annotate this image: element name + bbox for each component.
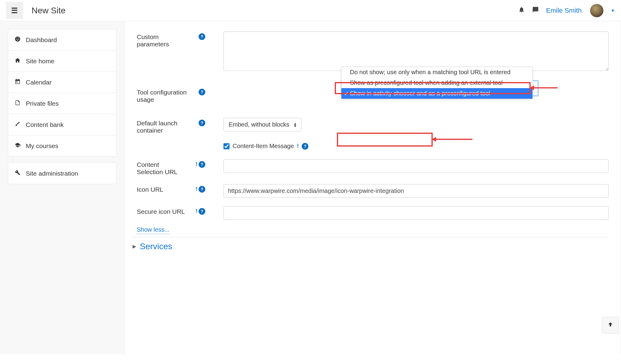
nav-private-files[interactable]: Private files (8, 93, 116, 114)
main-content: Custom parameters ? Tool configuration u… (124, 21, 621, 354)
nav-label: Calendar (26, 79, 52, 86)
nav-my-courses[interactable]: My courses (8, 135, 116, 156)
select-value: Embed, without blocks (229, 121, 289, 128)
arrow-up-icon (607, 321, 613, 329)
graduation-icon (14, 142, 21, 150)
sort-icon: ▲▼ (294, 122, 296, 127)
nav-content-bank[interactable]: Content bank (8, 114, 116, 135)
label-default-launch-container: Default launch container (137, 118, 191, 134)
nav-calendar[interactable]: Calendar (8, 72, 116, 93)
top-navbar: ☰ New Site Emile Smith ▼ (0, 0, 621, 21)
nav-label: Dashboard (26, 36, 57, 44)
help-icon[interactable]: ? (199, 120, 205, 126)
input-icon-url[interactable] (223, 184, 609, 198)
notifications-icon[interactable] (518, 6, 525, 15)
chevron-right-icon: ▶ (133, 243, 136, 249)
nav-label: Site administration (26, 170, 78, 177)
home-icon (14, 57, 21, 65)
advanced-icon: ! (196, 186, 197, 192)
nav-drawer-toggle[interactable]: ☰ (6, 2, 23, 19)
input-content-selection-url[interactable] (223, 159, 609, 173)
show-less-link[interactable]: Show less... (137, 226, 170, 234)
nav-label: Site home (26, 58, 55, 65)
nav-block-main: Dashboard Site home Calendar Private fil… (8, 29, 116, 157)
select-default-launch-container[interactable]: Embed, without blocks ▲▼ (223, 118, 301, 131)
annotation-arrow-2 (435, 139, 472, 140)
sidebar: Dashboard Site home Calendar Private fil… (0, 21, 124, 354)
paintbrush-icon (14, 121, 21, 128)
input-secure-icon-url[interactable] (223, 206, 609, 220)
nav-dashboard[interactable]: Dashboard (8, 29, 116, 51)
help-icon[interactable]: ? (199, 208, 205, 215)
site-title[interactable]: New Site (32, 6, 65, 15)
file-icon (14, 100, 21, 107)
advanced-icon: ! (196, 161, 197, 167)
dropdown-option-1[interactable]: Show as preconfigured tool when adding a… (341, 78, 532, 88)
dropdown-option-2[interactable]: Show in activity chooser and as a precon… (341, 88, 532, 99)
hamburger-icon: ☰ (11, 6, 18, 15)
dashboard-icon (14, 36, 21, 44)
advanced-icon: ! (297, 143, 299, 149)
label-tool-config-usage: Tool configuration usage (137, 87, 191, 103)
input-custom-parameters[interactable] (223, 31, 609, 71)
help-icon[interactable]: ? (199, 186, 205, 193)
help-icon[interactable]: ? (199, 89, 205, 95)
nav-label: Content bank (26, 121, 64, 128)
nav-label: My courses (26, 142, 58, 150)
annotation-arrow-1 (533, 87, 558, 88)
label-secure-icon-url: Secure icon URL (137, 206, 185, 220)
label-content-selection-url: Content Selection URL (137, 159, 185, 176)
tool-config-usage-dropdown[interactable]: Do not show; use only when a matching to… (341, 67, 533, 99)
label-icon-url: Icon URL (137, 184, 185, 198)
help-icon[interactable]: ? (302, 143, 308, 150)
nav-site-administration[interactable]: Site administration (8, 163, 116, 184)
user-avatar[interactable] (590, 4, 603, 17)
user-menu-caret[interactable]: ▼ (611, 8, 615, 13)
checkbox-content-item-message[interactable] (223, 143, 230, 149)
dropdown-option-0[interactable]: Do not show; use only when a matching to… (341, 67, 532, 78)
label-content-item-message: Content-Item Message (233, 143, 294, 150)
services-heading-label: Services (140, 242, 172, 251)
nav-block-admin: Site administration (8, 163, 116, 184)
help-icon[interactable]: ? (199, 33, 205, 40)
nav-label: Private files (26, 100, 59, 107)
messages-icon[interactable] (532, 6, 539, 15)
label-custom-parameters: Custom parameters (137, 31, 191, 72)
wrench-icon (14, 170, 21, 177)
calendar-icon (14, 78, 21, 86)
scroll-to-top-button[interactable] (602, 317, 619, 334)
advanced-icon: ! (196, 208, 197, 214)
user-menu-name[interactable]: Emile Smith (546, 7, 582, 15)
services-section-toggle[interactable]: ▶ Services (131, 242, 609, 251)
help-icon[interactable]: ? (199, 161, 205, 168)
divider (131, 237, 609, 237)
nav-site-home[interactable]: Site home (8, 51, 116, 72)
